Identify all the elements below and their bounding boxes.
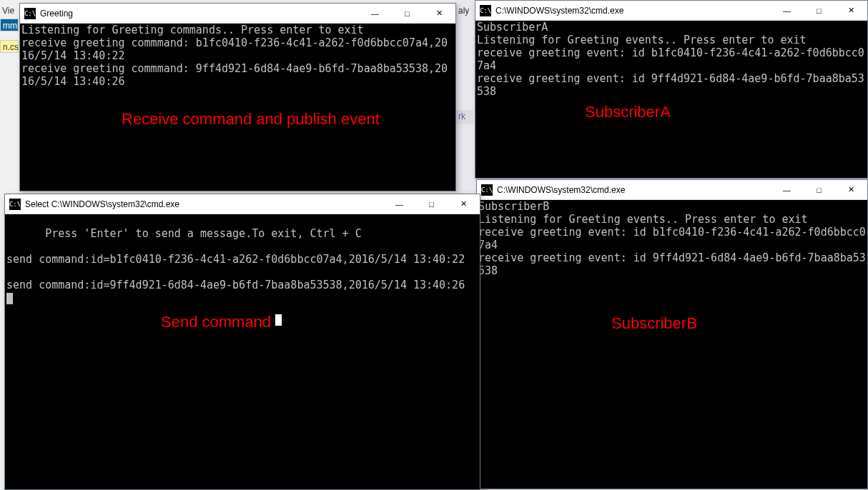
titlebar[interactable]: C:\ C:\WINDOWS\system32\cmd.exe ― □ ✕ — [475, 1, 867, 21]
close-button[interactable]: ✕ — [835, 1, 867, 21]
terminal-output[interactable]: SubscriberA Listening for Greeting event… — [475, 21, 867, 178]
cmd-icon: C:\ — [481, 184, 493, 196]
bg-fragment-view: Vie — [0, 4, 19, 16]
window-title: Greeting — [40, 9, 73, 19]
maximize-button[interactable]: □ — [415, 194, 448, 214]
maximize-button[interactable]: □ — [803, 1, 835, 21]
maximize-button[interactable]: □ — [391, 4, 423, 24]
window-title: C:\WINDOWS\system32\cmd.exe — [497, 185, 625, 195]
bg-fragment-rk: rk — [456, 110, 473, 124]
maximize-button[interactable]: □ — [803, 180, 835, 200]
cmd-icon: C:\ — [24, 8, 36, 19]
window-title: C:\WINDOWS\system32\cmd.exe — [495, 6, 623, 16]
close-button[interactable]: ✕ — [448, 194, 480, 214]
terminal-output[interactable]: SubscriberB Listening for Greeting event… — [477, 200, 867, 489]
titlebar[interactable]: C:\ Greeting ― □ ✕ — [20, 4, 455, 24]
window-subscriber-a[interactable]: C:\ C:\WINDOWS\system32\cmd.exe ― □ ✕ Su… — [475, 0, 868, 179]
window-subscriber-b[interactable]: C:\ C:\WINDOWS\system32\cmd.exe ― □ ✕ Su… — [476, 179, 868, 489]
terminal-cursor — [6, 293, 13, 304]
terminal-output[interactable]: Press 'Enter' to send a message.To exit,… — [5, 214, 480, 489]
desktop: Vie mmi n.cs aly rk C:\ Greeting ― □ ✕ L… — [0, 0, 868, 490]
close-button[interactable]: ✕ — [423, 4, 455, 24]
minimize-button[interactable]: ― — [359, 4, 391, 24]
window-greeting[interactable]: C:\ Greeting ― □ ✕ Listening for Greetin… — [19, 3, 456, 191]
minimize-button[interactable]: ― — [771, 180, 803, 200]
titlebar[interactable]: C:\ C:\WINDOWS\system32\cmd.exe ― □ ✕ — [477, 180, 867, 200]
window-sender[interactable]: C:\ Select C:\WINDOWS\system32\cmd.exe ―… — [4, 194, 480, 490]
minimize-button[interactable]: ― — [383, 194, 415, 214]
bg-fragment-tab-1: mmi — [0, 19, 19, 31]
cmd-icon: C:\ — [480, 5, 491, 16]
terminal-output[interactable]: Listening for Greeting commands.. Press … — [20, 24, 455, 191]
titlebar[interactable]: C:\ Select C:\WINDOWS\system32\cmd.exe ―… — [5, 194, 480, 214]
bg-fragment-analyze: aly — [456, 4, 475, 16]
bg-fragment-tab-2: n.cs — [0, 40, 19, 53]
terminal-text: Press 'Enter' to send a message.To exit,… — [6, 227, 465, 291]
text-selection-caret — [275, 314, 282, 326]
cmd-icon: C:\ — [9, 199, 21, 210]
minimize-button[interactable]: ― — [771, 1, 803, 21]
window-title: Select C:\WINDOWS\system32\cmd.exe — [25, 199, 179, 209]
close-button[interactable]: ✕ — [835, 180, 867, 200]
